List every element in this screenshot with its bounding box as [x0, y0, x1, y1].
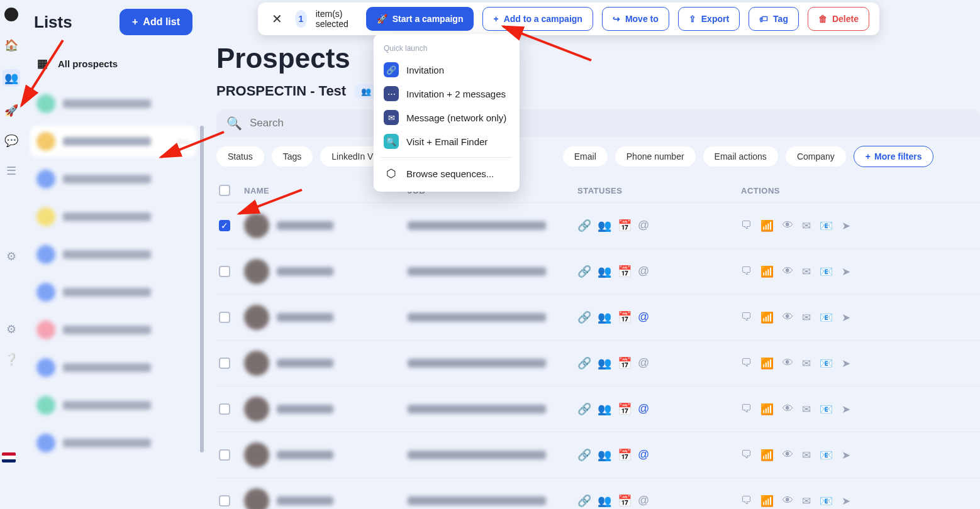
open-mail-icon[interactable]: 📧: [820, 265, 833, 278]
eye-icon[interactable]: 👁: [782, 449, 793, 462]
dropdown-item-invitation[interactable]: 🔗 Invitation: [379, 58, 515, 82]
list-item[interactable]: [30, 163, 196, 195]
note-icon[interactable]: 🗨: [741, 495, 752, 508]
export-button[interactable]: ⇪ Export: [678, 7, 740, 31]
language-flag-icon[interactable]: [2, 452, 16, 462]
row-checkbox[interactable]: [219, 403, 230, 415]
open-mail-icon[interactable]: 📧: [820, 219, 833, 233]
eye-icon[interactable]: 👁: [782, 403, 793, 416]
open-mail-icon[interactable]: 📧: [820, 357, 833, 370]
send-icon[interactable]: ➤: [842, 495, 850, 508]
rss-icon[interactable]: 📶: [760, 265, 774, 278]
note-icon[interactable]: 🗨: [741, 311, 752, 324]
add-to-campaign-button[interactable]: + Add to a campaign: [482, 7, 593, 31]
rss-icon[interactable]: 📶: [760, 449, 774, 462]
people-icon[interactable]: 👥: [3, 69, 20, 87]
at-icon[interactable]: @: [638, 356, 649, 370]
list-item[interactable]: [30, 88, 196, 119]
filter-phone[interactable]: Phone number: [615, 146, 696, 167]
note-icon[interactable]: 🗨: [741, 219, 752, 233]
list-item[interactable]: [30, 314, 196, 346]
note-icon[interactable]: 🗨: [741, 357, 752, 370]
mail-icon[interactable]: ✉: [802, 219, 811, 233]
select-all-checkbox[interactable]: [219, 185, 230, 196]
link-icon[interactable]: 🔗: [577, 402, 589, 416]
filter-email-actions[interactable]: Email actions: [703, 146, 778, 167]
calendar-icon[interactable]: 📅: [618, 310, 629, 324]
list-item[interactable]: [30, 201, 196, 233]
link-icon[interactable]: 🔗: [577, 356, 589, 370]
name-cell[interactable]: [244, 488, 408, 509]
open-mail-icon[interactable]: 📧: [820, 311, 833, 324]
rocket-icon[interactable]: 🚀: [5, 104, 18, 117]
at-icon[interactable]: @: [638, 494, 649, 508]
eye-icon[interactable]: 👁: [782, 495, 793, 508]
people-icon[interactable]: 👥: [598, 356, 609, 370]
name-cell[interactable]: [244, 213, 408, 238]
dropdown-item-message[interactable]: ✉ Message (network only): [379, 106, 515, 129]
eye-icon[interactable]: 👁: [782, 219, 793, 233]
gear-icon[interactable]: ⚙: [5, 250, 18, 263]
people-icon[interactable]: 👥: [598, 310, 609, 324]
more-filters-button[interactable]: + More filters: [854, 146, 934, 167]
calendar-icon[interactable]: 📅: [618, 402, 629, 416]
calendar-icon[interactable]: 📅: [618, 356, 629, 370]
dropdown-browse-sequences[interactable]: ⬡ Browse sequences...: [379, 161, 515, 185]
send-icon[interactable]: ➤: [842, 311, 850, 324]
more-icon[interactable]: ⋯: [177, 134, 190, 148]
dropdown-item-visit-email[interactable]: 🔍 Visit + Email Finder: [379, 129, 515, 153]
send-icon[interactable]: ➤: [842, 449, 850, 462]
row-checkbox[interactable]: [219, 312, 230, 323]
note-icon[interactable]: 🗨: [741, 449, 752, 462]
open-mail-icon[interactable]: 📧: [820, 449, 833, 462]
eye-icon[interactable]: 👁: [782, 265, 793, 278]
name-cell[interactable]: [244, 442, 408, 468]
calendar-icon[interactable]: 📅: [618, 448, 629, 462]
row-checkbox[interactable]: [219, 358, 230, 369]
at-icon[interactable]: @: [638, 265, 649, 278]
at-icon[interactable]: @: [638, 448, 649, 462]
name-cell[interactable]: [244, 351, 408, 376]
people-icon[interactable]: 👥: [598, 494, 609, 508]
filter-tags[interactable]: Tags: [272, 146, 313, 167]
link-icon[interactable]: 🔗: [577, 448, 589, 462]
tag-button[interactable]: 🏷 Tag: [749, 7, 799, 31]
rss-icon[interactable]: 📶: [760, 311, 774, 324]
at-icon[interactable]: @: [638, 219, 649, 233]
row-checkbox[interactable]: [219, 266, 230, 277]
name-cell[interactable]: [244, 259, 408, 284]
calendar-icon[interactable]: 📅: [618, 494, 629, 508]
list-item[interactable]: [30, 390, 196, 421]
mail-icon[interactable]: ✉: [802, 449, 811, 462]
at-icon[interactable]: @: [638, 310, 649, 324]
rss-icon[interactable]: 📶: [760, 403, 774, 416]
list-item[interactable]: [30, 352, 196, 383]
filter-email[interactable]: Email: [563, 146, 608, 167]
list-item[interactable]: [30, 276, 196, 308]
mail-icon[interactable]: ✉: [802, 265, 811, 278]
eye-icon[interactable]: 👁: [782, 311, 793, 324]
mail-icon[interactable]: ✉: [802, 357, 811, 370]
people-icon[interactable]: 👥: [598, 265, 609, 278]
filter-status[interactable]: Status: [216, 146, 264, 167]
link-icon[interactable]: 🔗: [577, 265, 589, 278]
link-icon[interactable]: 🔗: [577, 219, 589, 233]
people-icon[interactable]: 👥: [598, 402, 609, 416]
note-icon[interactable]: 🗨: [741, 265, 752, 278]
eye-icon[interactable]: 👁: [782, 357, 793, 370]
rss-icon[interactable]: 📶: [760, 495, 774, 508]
mail-icon[interactable]: ✉: [802, 403, 811, 416]
start-campaign-button[interactable]: 🚀 Start a campaign: [366, 7, 474, 31]
row-checkbox[interactable]: ✓: [219, 220, 230, 231]
send-icon[interactable]: ➤: [842, 219, 850, 233]
rss-icon[interactable]: 📶: [760, 219, 774, 233]
lines-icon[interactable]: ☰: [5, 165, 18, 177]
filter-company[interactable]: Company: [786, 146, 846, 167]
calendar-icon[interactable]: 📅: [618, 265, 629, 278]
note-icon[interactable]: 🗨: [741, 403, 752, 416]
calendar-icon[interactable]: 📅: [618, 219, 629, 233]
chat-icon[interactable]: 💬: [5, 134, 18, 147]
home-icon[interactable]: 🏠: [5, 39, 18, 52]
list-item[interactable]: ⋯: [30, 126, 196, 157]
people-icon[interactable]: 👥: [598, 219, 609, 233]
